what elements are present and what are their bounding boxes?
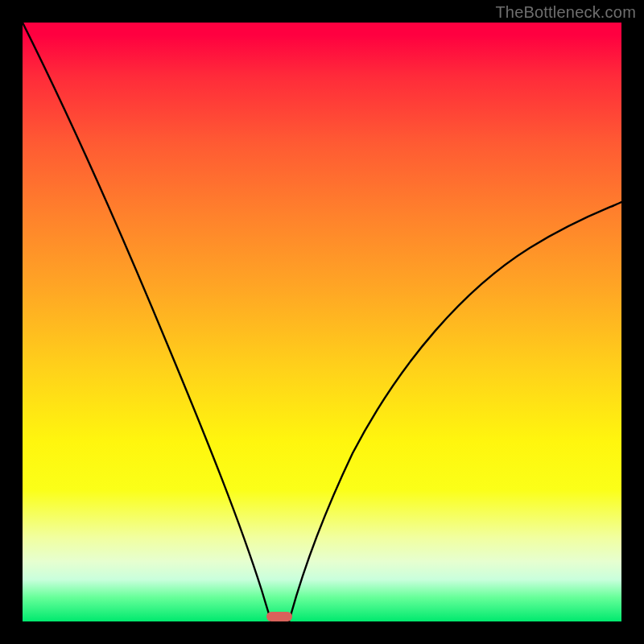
- watermark-text: TheBottleneck.com: [495, 3, 636, 22]
- bottleneck-curve-left: [23, 23, 271, 621]
- bottleneck-curve-right: [289, 202, 621, 621]
- chart-frame: TheBottleneck.com: [0, 0, 644, 644]
- bottleneck-curves: [23, 23, 621, 621]
- plot-area: [23, 23, 621, 621]
- optimal-zone-marker: [266, 612, 292, 621]
